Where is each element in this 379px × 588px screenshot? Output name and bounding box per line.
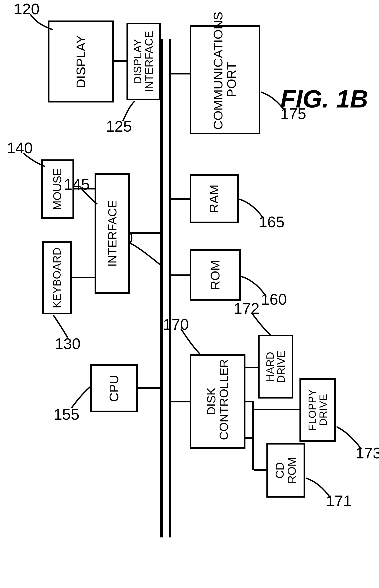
block-cd-rom: CD ROM [267, 443, 305, 498]
leader-150 [128, 241, 164, 269]
ref-160: 160 [261, 290, 287, 308]
block-floppy-drive: FLOPPY DRIVE [300, 378, 336, 442]
conn-disk-cd [254, 469, 267, 471]
block-display: DISPLAY [48, 20, 114, 103]
conn-bus-to-commport [171, 73, 190, 75]
block-display-interface: DISPLAY INTERFACE [126, 23, 161, 100]
figure-label: FIG. 1B [280, 84, 368, 113]
block-hard-drive: HARD DRIVE [258, 335, 293, 399]
ref-130: 130 [55, 335, 80, 352]
conn-trunk-long [252, 401, 254, 410]
block-disk-controller: DISK CONTROLLER [190, 354, 245, 449]
block-comm-port: COMMUNICATIONS PORT [190, 25, 260, 134]
ref-125: 125 [106, 117, 132, 135]
conn-interface-bus [130, 232, 161, 234]
ref-171: 171 [326, 492, 352, 510]
conn-keyboard-if [72, 277, 95, 278]
block-ram: RAM [190, 174, 239, 223]
conn-cpu-bus [138, 387, 161, 389]
conn-disk-hard [245, 367, 258, 368]
ref-145: 145 [64, 175, 90, 193]
block-cpu: CPU [90, 364, 138, 412]
conn-display-to-if [114, 60, 128, 62]
ref-172: 172 [234, 300, 259, 317]
ref-165: 165 [259, 213, 284, 231]
conn-trunk-floppy [254, 409, 300, 410]
conn-disk-floppy [245, 437, 253, 439]
block-keyboard: KEYBOARD [42, 241, 72, 314]
bus-line-right [169, 39, 171, 537]
ref-155: 155 [54, 405, 79, 423]
conn-bus-rom [171, 274, 190, 276]
ref-140: 140 [7, 139, 32, 157]
block-rom: ROM [190, 249, 241, 301]
bus-line-left [160, 39, 163, 537]
conn-disk-trunk [252, 401, 254, 470]
ref-170: 170 [163, 316, 189, 333]
conn-bus-ram [171, 198, 190, 200]
conn-bus-disk [171, 401, 190, 402]
diagram-canvas: 150 DISPLAY 120 DISPLAY INTERFACE 125 CO… [0, 0, 379, 588]
ref-120: 120 [14, 0, 39, 18]
ref-173: 173 [356, 444, 379, 462]
